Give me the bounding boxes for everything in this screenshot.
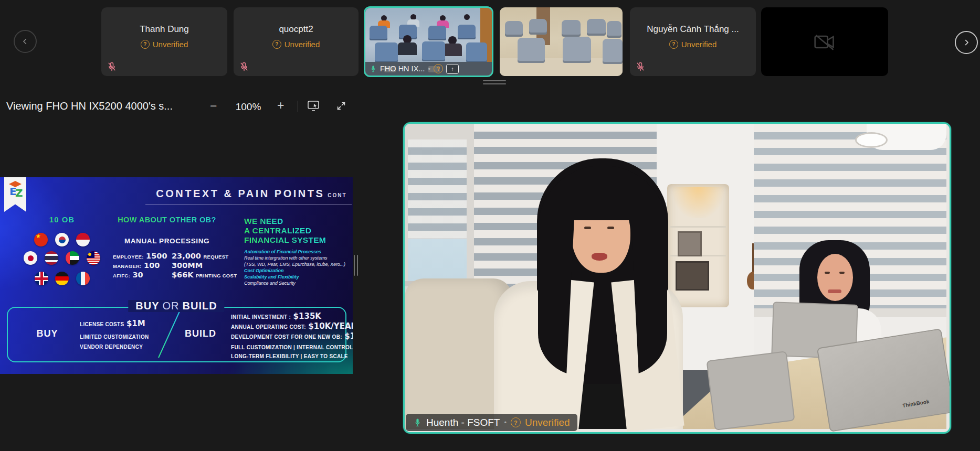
filmstrip-resize-handle[interactable]: [483, 80, 506, 87]
buy-or-build-title: BUYORBUILD: [128, 300, 224, 312]
slide-heading-we-need-3: FINANCIAL SYSTEM: [244, 235, 326, 245]
zoom-out-button[interactable]: −: [210, 100, 217, 112]
flag-uae-icon: [66, 251, 79, 265]
toolbar-divider: [298, 101, 298, 112]
participant-tile-fho-hn-video[interactable]: FHO HN IX... • ? ↑: [364, 6, 493, 77]
participant-tile-camera-off[interactable]: [761, 7, 888, 76]
status-label: Unverified: [153, 40, 188, 49]
build-label: BUILD: [185, 328, 216, 339]
build-line-development: DEVELOPMENT COST FOR ONE NEW OB: $1K: [231, 331, 353, 341]
stat-affc: AF/FC: 30: [113, 270, 143, 280]
camera-off-icon: [813, 33, 836, 51]
unverified-question-icon[interactable]: ?: [434, 64, 443, 73]
meeting-window: Thanh Dung ? Unverified quocptt2 ? Unver…: [0, 0, 980, 451]
ez-logo: E Z: [4, 177, 26, 212]
meeting-room-video: [500, 7, 623, 76]
shared-screen-slide[interactable]: E Z CONTEXT & PAIN POINTSCONT 10 OB HOW …: [0, 177, 353, 374]
chevron-right-icon: [962, 38, 971, 47]
participant-name: Nguyễn Cảnh Thắng ...: [630, 24, 756, 35]
flag-thailand-icon: [45, 251, 58, 265]
slide-title-suffix: CONT: [328, 192, 346, 198]
slide-bullet: Automation of Financial Processes: [244, 249, 321, 254]
dot-separator: •: [428, 65, 430, 73]
main-video-huenth[interactable]: ThinkBook Huenth - FSOFT • ? Unverified: [403, 122, 951, 434]
participant-name: Thanh Dung: [101, 24, 227, 35]
slide-bullet: Cost Optimization: [244, 268, 283, 273]
flag-uk-icon: [35, 272, 48, 285]
stat-printing-cost: $66K PRINTING COST: [172, 270, 237, 280]
participant-tile-room-video[interactable]: [500, 7, 623, 76]
buy-build-divider-line: [151, 309, 185, 360]
stat-manager: MANAGER: 100: [113, 261, 160, 270]
dot-separator: •: [504, 418, 507, 426]
slide-bullet: (TSS, WD, Pear, EMS, Epurchase, icube, X…: [244, 262, 345, 267]
buy-line-license: LICENSE COSTS $1M: [80, 319, 145, 328]
fullscreen-button[interactable]: [335, 100, 347, 114]
tile-label: FHO HN IX...: [380, 65, 425, 73]
office-video-scene: ThinkBook: [405, 124, 950, 432]
participant-tile-quocptt2[interactable]: quocptt2 ? Unverified: [234, 7, 359, 76]
title-underline: [145, 204, 352, 205]
filmstrip-prev-button[interactable]: [14, 30, 37, 53]
zoom-level: 100%: [232, 101, 265, 113]
status-label: Unverified: [284, 40, 320, 49]
flag-china-icon: [34, 233, 48, 246]
monitor-cursor-icon: [307, 100, 321, 112]
stat-requests: 23,000 REQUEST: [172, 251, 228, 261]
slide-bullet: Scalability and Flexibility: [244, 274, 299, 280]
flag-japan-icon: [24, 251, 37, 265]
main-participant-status: Unverified: [525, 417, 570, 428]
mic-muted-icon: [107, 61, 117, 72]
flag-south-korea-icon: [55, 233, 69, 246]
sharing-indicator-icon[interactable]: ↑: [446, 64, 459, 74]
unverified-question-icon[interactable]: ?: [511, 417, 521, 427]
participant-tile-thanh-dung[interactable]: Thanh Dung ? Unverified: [101, 7, 227, 76]
request-control-button[interactable]: [307, 100, 321, 114]
flag-malaysia-icon: [87, 251, 100, 265]
buy-label: BUY: [25, 328, 69, 339]
slide-heading-how-about: HOW ABOUT OTHER OB?: [108, 216, 226, 224]
mic-on-icon: [413, 418, 422, 427]
zoom-in-button[interactable]: +: [277, 100, 284, 112]
mic-muted-icon: [635, 61, 646, 72]
unverified-question-icon: ?: [272, 40, 281, 49]
buy-line-vendor: VENDOR DEPENDENCY: [80, 341, 143, 351]
viewing-title: Viewing FHO HN IX5200 4000's s...: [6, 100, 173, 112]
flag-indonesia-icon: [76, 233, 90, 246]
slide-subheading-manual-processing: MANUAL PROCESSING: [108, 237, 226, 245]
mic-on-icon: [370, 65, 377, 72]
slide-heading-we-need-1: WE NEED: [244, 217, 283, 226]
main-video-label-bar: Huenth - FSOFT • ? Unverified: [406, 414, 577, 431]
slide-title: CONTEXT & PAIN POINTSCONT: [152, 188, 351, 200]
participant-status: ? Unverified: [630, 40, 756, 49]
slide-heading-we-need-2: A CENTRALIZED: [244, 226, 311, 235]
stat-300mm: 300MM: [172, 261, 203, 270]
svg-text:Z: Z: [15, 187, 23, 198]
tile-label-bar: FHO HN IX... • ? ↑: [365, 62, 492, 76]
expand-icon: [335, 100, 347, 112]
flag-germany-icon: [55, 272, 69, 285]
flag-france-icon: [76, 272, 90, 285]
main-participant-name: Huenth - FSOFT: [426, 417, 500, 428]
filmstrip-next-button[interactable]: [955, 31, 978, 54]
participant-status: ? Unverified: [234, 40, 359, 49]
slide-bullet: Compliance and Security: [244, 281, 296, 286]
slide-heading-10ob: 10 OB: [36, 215, 88, 224]
slide-bullet: Real time intergration with other system…: [244, 255, 327, 261]
chevron-left-icon: [20, 37, 30, 46]
build-line-investment: INITIAL INVESTMENT : $135K: [231, 312, 321, 321]
participant-status: ? Unverified: [101, 40, 227, 49]
build-line-operating: ANNUAL OPERATING COST: $10K/YEAR: [231, 321, 353, 331]
ez-cube-icon: E Z: [7, 180, 23, 198]
build-line-full-custom: FULL CUSTOMIZATION | INTERNAL CONTROL: [231, 342, 353, 351]
participant-tile-nguyen-canh-thang[interactable]: Nguyễn Cảnh Thắng ... ? Unverified: [630, 7, 756, 76]
buy-line-customization: LIMITED CUSTOMIZATION: [80, 331, 149, 341]
stat-employee: EMPLOYEE: 1500: [113, 251, 167, 261]
panel-resize-handle[interactable]: [354, 255, 360, 278]
unverified-question-icon: ?: [141, 40, 150, 49]
mic-muted-icon: [239, 61, 249, 72]
status-label: Unverified: [681, 40, 717, 49]
build-line-flexibility: LONG-TERM FLEXIBILITY | EASY TO SCALE: [231, 351, 348, 360]
participant-name: quocptt2: [234, 24, 359, 35]
unverified-question-icon: ?: [669, 40, 678, 49]
